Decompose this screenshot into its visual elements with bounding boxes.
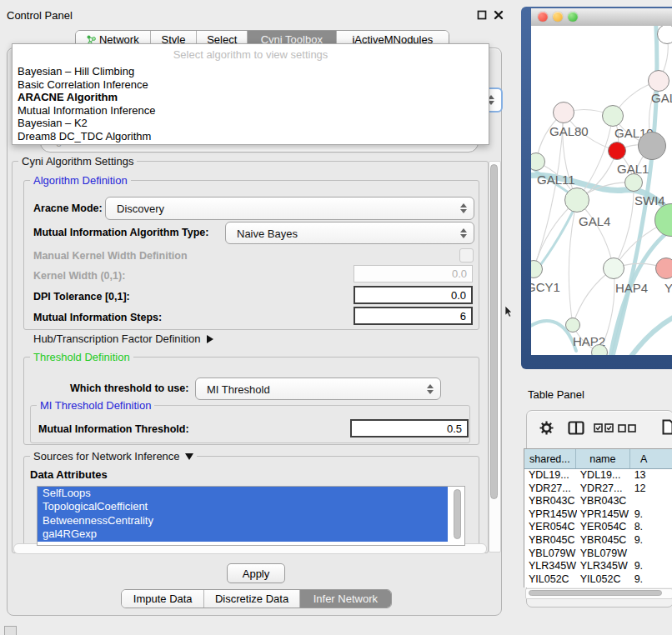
column-header-a[interactable]: A (630, 449, 672, 468)
table-row[interactable]: YBL079WYBL079W (524, 548, 672, 561)
settings-vertical-scrollbar[interactable] (489, 161, 501, 552)
table-row[interactable]: YPR145WYPR145W9. (524, 508, 672, 522)
network-node-gal4[interactable] (564, 188, 589, 212)
attribute-item-selfloops[interactable]: SelfLoops (38, 487, 448, 500)
mi-type-combo[interactable]: Naive Bayes (225, 222, 474, 244)
cyni-settings-group-title: Cyni Algorithm Settings (18, 155, 137, 168)
table-cell: YLR345W (524, 560, 577, 573)
attribute-item-gal4rgexp[interactable]: gal4RGexp (38, 528, 448, 541)
table-row[interactable]: YIL052CYIL052C9. (524, 573, 672, 587)
minimize-traffic-light[interactable] (553, 12, 563, 22)
collapsed-arrow-icon[interactable] (207, 335, 213, 343)
dropdown-item-aracne-algorithm[interactable]: ARACNE Algorithm (13, 91, 489, 104)
kernel-width-input[interactable] (354, 265, 473, 282)
split-columns-icon[interactable] (568, 421, 584, 435)
table-cell: YBR043C (524, 495, 577, 508)
table-cell: YPR145W (577, 508, 632, 522)
spinner-arrows-icon (460, 203, 468, 213)
new-table-icon[interactable] (662, 419, 672, 436)
network-node-gal80[interactable] (553, 102, 574, 123)
network-node-gcy1[interactable] (531, 260, 543, 278)
which-threshold-label: Which threshold to use: (70, 382, 188, 394)
table-cell: YBR045C (577, 534, 632, 548)
table-cell: 8. (632, 521, 672, 534)
dpi-tolerance-input[interactable] (354, 286, 473, 304)
network-window-titlebar[interactable] (531, 8, 672, 27)
column-header-shared[interactable]: shared... (524, 449, 576, 468)
network-node[interactable] (638, 132, 666, 160)
dropdown-item-mutual-information-inference[interactable]: Mutual Information Inference (13, 104, 489, 118)
cyni-bottom-tabbar: Impute DataDiscretize DataInfer Network (121, 589, 392, 608)
network-node-gal1[interactable] (608, 142, 626, 160)
dock-mini-button[interactable] (4, 626, 17, 635)
network-node-hap2[interactable] (565, 318, 580, 332)
float-window-icon[interactable] (477, 10, 487, 20)
network-node[interactable] (591, 344, 608, 355)
mi-steps-input[interactable] (354, 307, 473, 325)
table-row[interactable]: YLR345WYLR345W9. (524, 560, 672, 573)
tab-discretize-data[interactable]: Discretize Data (204, 590, 299, 608)
network-node[interactable] (657, 26, 672, 44)
node-label: GAL80 (549, 124, 589, 138)
network-canvas[interactable]: GALGAL80GAL10GAL1GAL11SWI4GAL4GCY1HAP4YH… (531, 26, 672, 355)
mi-threshold-group-title: MI Threshold Definition (37, 399, 154, 412)
algorithm-definition-title: Algorithm Definition (30, 174, 131, 187)
dropdown-item-dream8-dc-tdc-algorithm[interactable]: Dream8 DC_TDC Algorithm (13, 130, 489, 143)
table-horizontal-scrollbar[interactable] (525, 588, 672, 599)
hub-definition-section[interactable]: Hub/Transcription Factor Definition (33, 332, 213, 345)
tab-infer-network[interactable]: Infer Network (300, 590, 391, 608)
dropdown-item-bayesian-k2[interactable]: Bayesian – K2 (13, 117, 489, 130)
dropdown-item-basic-correlation-inference[interactable]: Basic Correlation Inference (13, 78, 489, 92)
node-table[interactable]: shared...nameA YDL19...YDL19...13YDR27..… (524, 448, 672, 588)
table-row[interactable]: YER054CYER054C8. (524, 521, 672, 534)
table-cell: YER054C (577, 521, 632, 534)
attributes-scrollbar[interactable] (453, 488, 463, 542)
node-label: Y (664, 281, 672, 295)
aracne-mode-label: Aracne Mode: (33, 202, 103, 214)
control-panel-title: Control Panel (7, 9, 73, 22)
tab-impute-data[interactable]: Impute Data (122, 590, 204, 608)
column-header-name[interactable]: name (576, 449, 630, 468)
table-cell: 9. (632, 560, 672, 573)
mi-threshold-input[interactable] (350, 419, 469, 438)
network-node-gal[interactable] (648, 70, 669, 92)
network-node-gal11[interactable] (531, 152, 545, 171)
mi-type-label: Mutual Information Algorithm Type: (33, 227, 208, 238)
zoom-traffic-light[interactable] (568, 12, 578, 22)
gear-icon[interactable] (539, 421, 554, 435)
table-row[interactable]: YBR043CYBR043C (524, 495, 672, 508)
mouse-cursor (505, 306, 514, 318)
sources-title-text: Sources for Network Inference (33, 450, 180, 462)
table-cell: YDR27... (577, 482, 632, 496)
which-threshold-combo[interactable]: MI Threshold (195, 378, 441, 400)
network-node[interactable] (654, 203, 672, 237)
attribute-item-betweennesscentrality[interactable]: BetweennessCentrality (38, 514, 448, 528)
dropdown-item-bayesian-hill-climbing[interactable]: Bayesian – Hill Climbing (13, 65, 489, 78)
network-node-gal10[interactable] (602, 105, 624, 127)
network-node-y[interactable] (655, 258, 672, 279)
apply-button[interactable]: Apply (227, 563, 285, 583)
node-label: HAP4 (615, 281, 648, 295)
deselect-all-checkbox-icon[interactable] (618, 424, 636, 432)
attribute-item-topologicalcoefficient[interactable]: TopologicalCoefficient (38, 500, 448, 513)
data-attributes-list[interactable]: SelfLoopsTopologicalCoefficientBetweenne… (37, 486, 465, 546)
table-row[interactable]: YDR27...YDR27...12 (524, 482, 672, 496)
close-traffic-light[interactable] (538, 12, 548, 22)
hub-definition-label: Hub/Transcription Factor Definition (33, 332, 200, 345)
expanded-arrow-icon[interactable] (185, 453, 193, 460)
data-attributes-label: Data Attributes (30, 468, 108, 481)
close-icon[interactable] (494, 10, 504, 20)
which-threshold-value: MI Threshold (207, 382, 270, 395)
network-node-hap4[interactable] (603, 258, 624, 279)
manual-kernel-checkbox[interactable] (459, 248, 474, 262)
node-label: GAL4 (579, 214, 610, 228)
select-all-checkbox-icon[interactable] (594, 423, 614, 432)
table-row[interactable]: YDL19...YDL19...13 (524, 469, 672, 482)
table-row[interactable]: YBR045CYBR045C9. (524, 534, 672, 548)
network-node-swi4[interactable] (624, 173, 643, 192)
aracne-mode-combo[interactable]: Discovery (105, 197, 474, 220)
table-header-row: shared...nameA (524, 449, 672, 469)
table-cell: YBL079W (577, 548, 632, 561)
table-cell: YER054C (524, 521, 577, 534)
table-cell: YBR045C (524, 534, 577, 548)
